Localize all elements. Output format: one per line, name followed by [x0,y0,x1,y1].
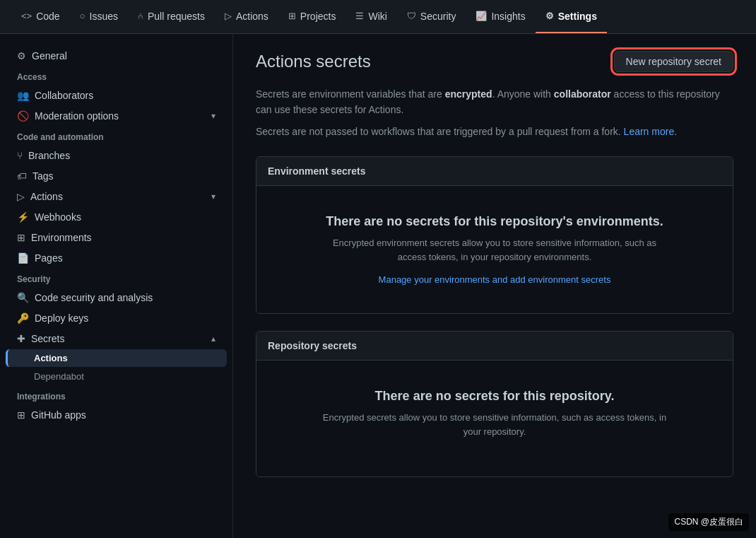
env-secrets-empty-title: There are no secrets for this repository… [273,214,716,229]
collaborators-icon: 👥 [17,90,29,101]
code-icon: <> [21,11,32,21]
env-secrets-empty: There are no secrets for this repository… [256,186,733,313]
manage-environments-link[interactable]: Manage your environments and add environ… [379,274,611,285]
settings-icon: ⚙ [545,11,554,21]
sidebar-item-moderation[interactable]: 🚫 Moderation options ▾ [6,106,227,126]
sidebar: ⚙ General Access 👥 Collaborators 🚫 Moder… [0,34,233,538]
nav-actions[interactable]: ▷ Actions [215,0,278,33]
repo-secrets-empty-desc: Encrypted secrets allow you to store sen… [318,411,671,438]
deploy-keys-icon: 🔑 [17,312,29,324]
sidebar-subitem-actions[interactable]: Actions [6,349,227,367]
repo-secrets-empty: There are no secrets for this repository… [256,361,733,476]
sidebar-subitem-dependabot[interactable]: Dependabot [6,368,227,385]
projects-icon: ⊞ [288,11,296,21]
sidebar-item-pages[interactable]: 📄 Pages [6,248,227,268]
secrets-icon: ✚ [17,333,25,344]
page-header: Actions secrets New repository secret [256,51,733,72]
repo-secrets-header: Repository secrets [256,332,733,361]
sidebar-item-code-security[interactable]: 🔍 Code security and analysis [6,288,227,308]
github-apps-icon: ⊞ [17,409,25,421]
sidebar-item-environments[interactable]: ⊞ Environments [6,228,227,247]
actions-chevron: ▾ [211,192,215,201]
new-repository-secret-button[interactable]: New repository secret [614,51,733,72]
env-secrets-empty-desc: Encrypted environment secrets allow you … [318,236,671,264]
sidebar-section-integrations: Integrations [0,386,232,404]
insights-icon: 📈 [476,11,487,21]
environments-icon: ⊞ [17,232,25,243]
nav-wiki[interactable]: ☰ Wiki [345,0,396,33]
webhooks-icon: ⚡ [17,211,29,223]
sidebar-item-github-apps[interactable]: ⊞ GitHub apps [6,405,227,425]
sidebar-item-deploy-keys[interactable]: 🔑 Deploy keys [6,308,227,328]
page-title: Actions secrets [256,52,371,71]
nav-code[interactable]: <> Code [11,0,70,33]
sidebar-item-general[interactable]: ⚙ General [6,46,227,66]
repo-secrets-section: Repository secrets There are no secrets … [256,331,733,477]
page-layout: ⚙ General Access 👥 Collaborators 🚫 Moder… [0,34,756,538]
security-icon: 🛡 [407,11,416,21]
nav-insights[interactable]: 📈 Insights [466,0,535,33]
sidebar-item-branches[interactable]: ⑂ Branches [6,146,227,165]
actions-icon: ▷ [225,11,232,21]
description-2: Secrets are not passed to workflows that… [256,124,733,139]
nav-settings[interactable]: ⚙ Settings [536,0,607,33]
sidebar-item-collaborators[interactable]: 👥 Collaborators [6,86,227,105]
description-1: Secrets are environment variables that a… [256,86,733,118]
pull-request-icon: ⑃ [138,11,143,21]
repo-secrets-empty-title: There are no secrets for this repository… [273,389,716,404]
nav-security[interactable]: 🛡 Security [397,0,466,33]
sidebar-item-secrets[interactable]: ✚ Secrets ▴ [6,329,227,349]
top-navigation: <> Code ○ Issues ⑃ Pull requests ▷ Actio… [0,0,756,34]
secrets-chevron: ▴ [211,334,215,344]
issues-icon: ○ [80,11,85,21]
nav-issues[interactable]: ○ Issues [70,0,128,33]
environment-secrets-section: Environment secrets There are no secrets… [256,156,733,314]
sidebar-item-tags[interactable]: 🏷 Tags [6,166,227,186]
nav-pull-requests[interactable]: ⑃ Pull requests [128,0,215,33]
branches-icon: ⑂ [17,150,23,161]
code-security-icon: 🔍 [17,292,29,303]
general-icon: ⚙ [17,50,26,62]
pages-icon: 📄 [17,252,29,264]
main-content: Actions secrets New repository secret Se… [233,34,756,538]
sidebar-item-actions[interactable]: ▷ Actions ▾ [6,187,227,206]
moderation-chevron: ▾ [211,111,215,121]
env-secrets-header: Environment secrets [256,157,733,186]
sidebar-section-access: Access [0,66,232,85]
nav-projects[interactable]: ⊞ Projects [278,0,346,33]
sidebar-section-security: Security [0,269,232,287]
wiki-icon: ☰ [355,11,364,21]
moderation-icon: 🚫 [17,110,29,122]
actions-sidebar-icon: ▷ [17,191,25,202]
sidebar-section-code: Code and automation [0,127,232,145]
tags-icon: 🏷 [17,170,27,182]
learn-more-link[interactable]: Learn more [624,126,675,137]
sidebar-item-webhooks[interactable]: ⚡ Webhooks [6,207,227,227]
